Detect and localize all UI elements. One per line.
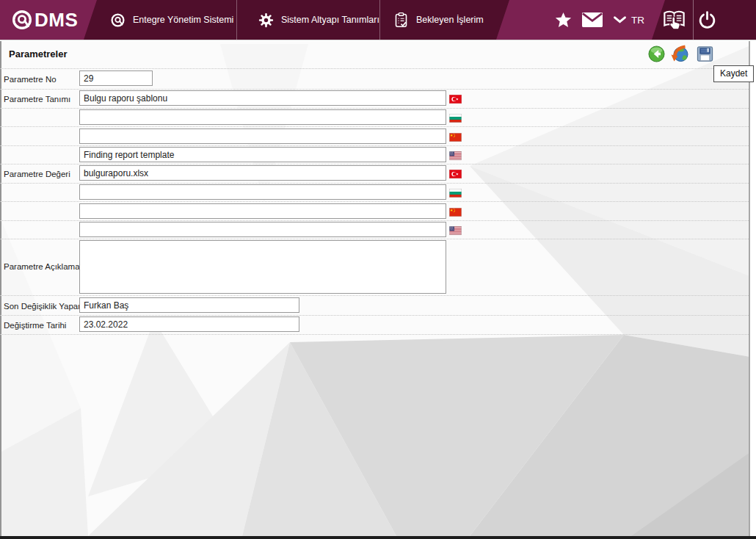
flag-turkish-icon xyxy=(449,168,462,177)
divider xyxy=(0,145,749,146)
divider xyxy=(0,108,749,109)
parameter-name-input-tr[interactable] xyxy=(79,90,446,106)
parameter-name-input-bg[interactable] xyxy=(79,109,446,125)
parameter-no-label: Parametre No xyxy=(4,75,57,84)
flag-turkish-icon xyxy=(449,93,462,102)
flag-us-icon xyxy=(449,150,462,159)
parameter-name-input-us[interactable] xyxy=(79,147,446,162)
parameter-value-input-bg[interactable] xyxy=(79,184,446,200)
modified-date-input[interactable] xyxy=(79,316,299,332)
divider xyxy=(0,295,749,296)
flag-chinese-icon xyxy=(449,206,462,215)
divider xyxy=(0,220,749,221)
parameter-value-input-cn[interactable] xyxy=(79,203,446,219)
last-modified-by-input[interactable] xyxy=(79,297,299,313)
divider xyxy=(0,89,749,90)
modified-date-label: Değiştirme Tarihi xyxy=(4,321,66,330)
flag-bulgarian-icon xyxy=(449,112,462,121)
parameter-description-textarea[interactable] xyxy=(79,240,446,294)
divider xyxy=(0,315,749,316)
flag-chinese-icon xyxy=(449,131,462,140)
parameter-name-label: Parametre Tanımı xyxy=(4,95,70,104)
divider xyxy=(0,239,749,239)
parameter-value-input-tr[interactable] xyxy=(79,165,446,181)
save-tooltip: Kaydet xyxy=(713,65,754,82)
flag-us-icon xyxy=(449,225,462,234)
divider xyxy=(0,201,749,202)
divider xyxy=(0,164,749,164)
parameter-value-label: Parametre Değeri xyxy=(4,170,70,178)
parameter-description-label: Parametre Açıklaması xyxy=(4,262,86,271)
parameter-name-input-cn[interactable] xyxy=(79,129,446,144)
divider xyxy=(0,183,749,184)
parameters-form: Parametre No Parametre Tanımı Parametre … xyxy=(0,0,756,539)
divider xyxy=(0,126,749,127)
parameter-value-input-us[interactable] xyxy=(79,222,446,237)
qdms-window: DMS Entegre Yönetim Sistemi xyxy=(0,0,756,539)
divider xyxy=(0,334,749,335)
parameter-no-input[interactable] xyxy=(79,70,153,86)
flag-bulgarian-icon xyxy=(449,187,462,196)
last-modified-by-label: Son Değişiklik Yapan xyxy=(4,302,83,311)
divider xyxy=(0,68,749,69)
